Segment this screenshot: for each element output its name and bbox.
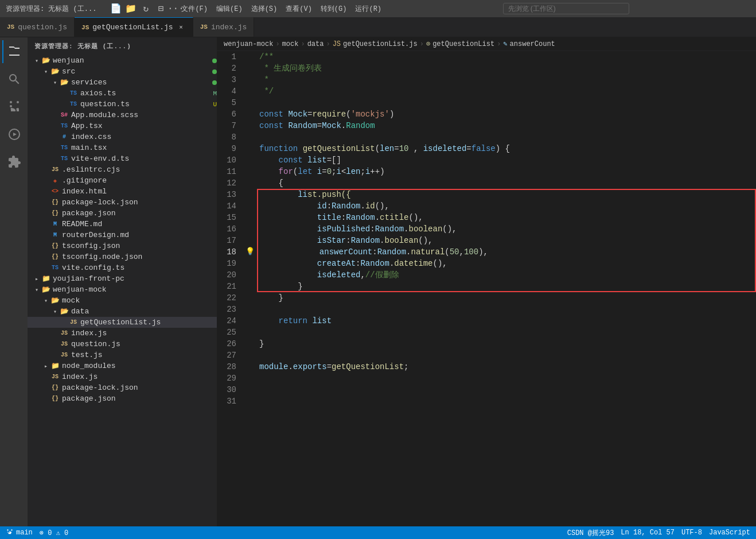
- sidebar-item-axios-ts[interactable]: TSaxios.tsM: [28, 88, 217, 99]
- sidebar-item-wenjuan[interactable]: ▾📂wenjuan: [28, 55, 217, 66]
- line-content: function getQuestionList(len=10 , isdele…: [257, 143, 756, 154]
- sidebar-item-youjian-front[interactable]: ▸📁youjian-front-pc: [28, 273, 217, 284]
- line-number: 22: [217, 292, 245, 304]
- breadcrumb-data[interactable]: data: [307, 40, 324, 48]
- git-file-icon: ◈: [50, 177, 60, 184]
- sidebar-item-src[interactable]: ▾📂src: [28, 66, 217, 77]
- tab-js-icon-1: JS: [81, 24, 89, 31]
- sidebar-item-tsconfig[interactable]: {}tsconfig.json: [28, 241, 217, 251]
- status-encoding[interactable]: UTF-8: [681, 529, 702, 537]
- activity-explorer[interactable]: [2, 40, 25, 63]
- js-file-icon: JS: [60, 352, 69, 358]
- menu-edit[interactable]: 编辑(E): [216, 4, 243, 14]
- sidebar-item-label: node_modules: [62, 362, 217, 370]
- status-branch[interactable]: main: [6, 529, 33, 537]
- breadcrumb-function[interactable]: getQuestionList: [432, 40, 494, 48]
- json-file-icon: {}: [50, 254, 60, 260]
- breadcrumb-function-icon: ⊙: [426, 40, 430, 48]
- tab-label-1: getQuestionList.js: [92, 23, 173, 32]
- js-file-icon: JS: [69, 319, 78, 325]
- line-content: const list=[]: [257, 154, 756, 166]
- sidebar-item-node-modules[interactable]: ▸📁node_modules: [28, 360, 217, 371]
- sidebar-item-label: youjian-front-pc: [53, 274, 217, 283]
- sidebar-item-wenjuan-mock[interactable]: ▾📂wenjuan-mock: [28, 284, 217, 295]
- sidebar-item-index-css[interactable]: #index.css: [28, 131, 217, 142]
- js-file-icon: JS: [60, 330, 69, 336]
- sidebar-item-eslintrc[interactable]: JS.eslintrc.cjs: [28, 164, 217, 175]
- activity-extensions[interactable]: [2, 150, 25, 173]
- sidebar-item-index-html[interactable]: <>index.html: [28, 186, 217, 197]
- more-btn[interactable]: ···: [170, 3, 181, 14]
- collapse-btn[interactable]: ⊟: [155, 3, 166, 14]
- line-number: 2: [217, 63, 245, 74]
- sidebar-item-package-lock-mock[interactable]: {}package-lock.json: [28, 382, 217, 393]
- refresh-btn[interactable]: ↻: [140, 3, 151, 14]
- sidebar-item-package-json[interactable]: {}package.json: [28, 208, 217, 219]
- scss-file-icon: S#: [60, 112, 69, 118]
- sidebar-item-test-js[interactable]: JStest.js: [28, 350, 217, 360]
- menu-select[interactable]: 选择(S): [251, 4, 278, 14]
- chevron-icon: ▾: [50, 79, 60, 86]
- menu-file[interactable]: 文件(F): [181, 4, 208, 14]
- sidebar-item-vite-env[interactable]: TSvite-env.d.ts: [28, 153, 217, 164]
- status-language[interactable]: JavaScript: [709, 529, 750, 537]
- activity-bar: [0, 37, 28, 526]
- menu-goto[interactable]: 转到(G): [321, 4, 347, 14]
- menu-run[interactable]: 运行(R): [355, 4, 381, 14]
- sidebar-item-label: axios.ts: [80, 89, 211, 98]
- sidebar-item-package-lock[interactable]: {}package-lock.json: [28, 197, 217, 208]
- sidebar-item-package-json-mock[interactable]: {}package.json: [28, 393, 217, 404]
- status-csdn: CSDN @摇光93: [567, 528, 614, 538]
- new-folder-btn[interactable]: 📁: [125, 3, 137, 14]
- breadcrumb-mock[interactable]: mock: [282, 40, 299, 48]
- menu-view[interactable]: 查看(V): [286, 4, 312, 14]
- tab-close-btn-1[interactable]: ×: [177, 23, 186, 32]
- activity-debug[interactable]: [2, 123, 25, 146]
- sidebar-item-services[interactable]: ▾📂services: [28, 77, 217, 88]
- code-line: 22 }: [217, 292, 756, 304]
- tab-question-js[interactable]: JS question.js: [0, 17, 75, 37]
- activity-search[interactable]: [2, 68, 25, 91]
- new-file-btn[interactable]: 📄: [110, 3, 122, 14]
- activity-git[interactable]: [2, 95, 25, 118]
- line-content: */: [257, 86, 756, 97]
- code-editor-wrapper[interactable]: 1/**2 * 生成问卷列表3 *4 */56const Mock=requir…: [217, 51, 756, 526]
- line-content: [257, 384, 756, 395]
- lightbulb-icon[interactable]: 💡: [245, 246, 257, 258]
- sidebar-item-gitignore[interactable]: ◈.gitignore: [28, 175, 217, 186]
- sidebar-item-router-design[interactable]: MrouterDesign.md: [28, 230, 217, 241]
- sidebar-item-question-ts[interactable]: TSquestion.tsU: [28, 99, 217, 110]
- folder-file-icon: 📂: [41, 285, 50, 294]
- line-number: 8: [217, 131, 245, 143]
- status-position[interactable]: Ln 18, Col 57: [621, 529, 675, 537]
- sidebar-item-getQuestionList-js[interactable]: JSgetQuestionList.js: [28, 317, 217, 328]
- breadcrumb-wenjuan-mock[interactable]: wenjuan-mock: [224, 40, 273, 48]
- code-line: 9function getQuestionList(len=10 , isdel…: [217, 143, 756, 154]
- code-line: 15 title:Random.ctitle(),: [217, 212, 756, 223]
- tab-getQuestionList-js[interactable]: JS getQuestionList.js ×: [75, 17, 193, 37]
- title-bar-search-input[interactable]: [503, 3, 629, 14]
- status-errors[interactable]: ⊗ 0 ⚠ 0: [40, 529, 68, 537]
- sidebar-item-app-module[interactable]: S#App.module.scss: [28, 110, 217, 121]
- sidebar-item-tsconfig-node[interactable]: {}tsconfig.node.json: [28, 251, 217, 262]
- code-line: 23: [217, 304, 756, 315]
- breadcrumb-property[interactable]: answerCount: [510, 40, 555, 48]
- sidebar-item-main-tsx[interactable]: TSmain.tsx: [28, 142, 217, 153]
- sidebar-item-index-js-mock[interactable]: JSindex.js: [28, 328, 217, 339]
- breadcrumb-file[interactable]: getQuestionList.js: [343, 40, 418, 48]
- sidebar-item-data-folder[interactable]: ▾📂data: [28, 306, 217, 317]
- line-content: const Random=Mock.Random: [257, 120, 756, 131]
- cjs-file-icon: JS: [50, 166, 60, 173]
- tab-js-icon-0: JS: [7, 24, 14, 30]
- sidebar-item-index-js-root[interactable]: JSindex.js: [28, 371, 217, 382]
- line-content: list.push({: [257, 189, 756, 200]
- sidebar-item-app-tsx[interactable]: TSApp.tsx: [28, 121, 217, 131]
- tab-index-js[interactable]: JS index.js: [193, 17, 255, 37]
- code-lines: 1/**2 * 生成问卷列表3 *4 */56const Mock=requir…: [217, 51, 756, 407]
- sidebar-item-mock-folder[interactable]: ▾📂mock: [28, 295, 217, 306]
- sidebar-item-readme[interactable]: MREADME.md: [28, 219, 217, 230]
- folder-file-icon: 📂: [60, 78, 69, 87]
- sidebar-item-question-js[interactable]: JSquestion.js: [28, 339, 217, 350]
- sidebar-item-vite-config[interactable]: TSvite.config.ts: [28, 262, 217, 273]
- folder-file-icon: 📁: [41, 274, 50, 283]
